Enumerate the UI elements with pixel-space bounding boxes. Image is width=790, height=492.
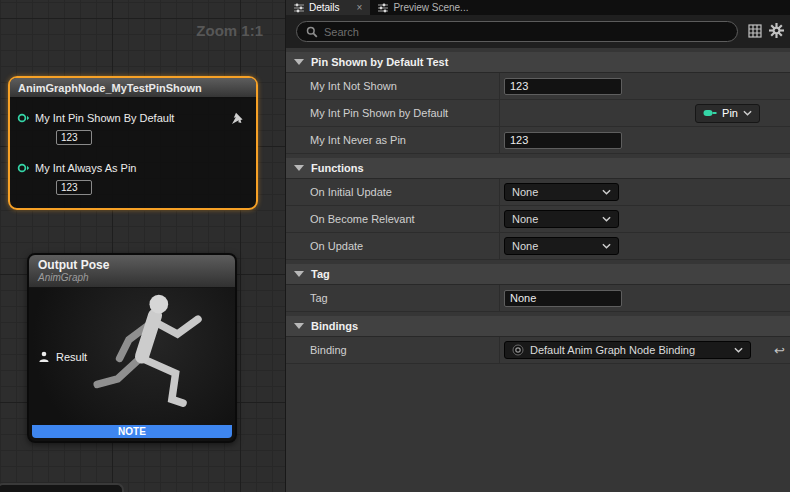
pin-button[interactable]: Pin (695, 104, 760, 123)
section-header-bindings[interactable]: Bindings (286, 316, 790, 337)
property-label: On Initial Update (286, 179, 500, 205)
section-title: Pin Shown by Default Test (311, 56, 448, 68)
binding-dropdown[interactable]: Default Anim Graph Node Binding (504, 341, 751, 359)
chevron-down-icon (602, 216, 611, 222)
tag-input[interactable] (504, 290, 622, 307)
tab-bar: Details × Preview Scene... (286, 0, 790, 15)
pin-label: Result (56, 351, 87, 363)
chevron-down-icon (734, 347, 743, 353)
chevron-down-icon (294, 59, 304, 65)
on-become-relevant-dropdown[interactable]: None (504, 210, 619, 228)
pin-label: My Int Pin Shown By Default (35, 112, 174, 124)
section-header-pin-shown-by-default-test[interactable]: Pin Shown by Default Test (286, 52, 790, 73)
property-row: Binding Default Anim Graph Node Binding … (286, 337, 790, 364)
chevron-down-icon (602, 243, 611, 249)
dropdown-value: None (512, 186, 538, 198)
mannequin-preview (81, 293, 231, 433)
property-label: On Update (286, 233, 500, 259)
chevron-down-icon (743, 110, 752, 116)
note-badge[interactable]: NOTE (32, 425, 232, 438)
section-title: Functions (311, 162, 364, 174)
section-title: Tag (311, 268, 330, 280)
property-label: My Int Pin Shown by Default (286, 100, 500, 126)
property-row: My Int Never as Pin (286, 127, 790, 154)
dropdown-value: Default Anim Graph Node Binding (530, 344, 695, 356)
node-title[interactable]: AnimGraphNode_MyTestPinShown (10, 78, 256, 98)
section-title: Bindings (311, 320, 358, 332)
property-row: My Int Pin Shown by Default Pin (286, 100, 790, 127)
section-header-functions[interactable]: Functions (286, 158, 790, 179)
my-int-not-shown-input[interactable] (504, 78, 622, 95)
details-tab-icon (294, 3, 304, 13)
pin-always-value-input[interactable] (56, 180, 92, 195)
node-animgraphnode-mytestpinshown[interactable]: AnimGraphNode_MyTestPinShown My Int Pin … (8, 76, 258, 210)
chevron-down-icon (294, 271, 304, 277)
search-row (286, 15, 790, 48)
property-row: On Initial Update None (286, 179, 790, 206)
pin-default-value-input[interactable] (56, 130, 92, 145)
chevron-down-icon (294, 323, 304, 329)
section-header-tag[interactable]: Tag (286, 264, 790, 285)
property-label: My Int Not Shown (286, 73, 500, 99)
pin-label: My Int Always As Pin (35, 162, 136, 174)
details-panel: Details × Preview Scene... (285, 0, 790, 492)
search-input[interactable] (324, 26, 728, 38)
node-output-pose[interactable]: Output Pose AnimGraph (27, 253, 237, 443)
binding-icon (512, 344, 524, 356)
property-matrix-icon[interactable] (748, 24, 762, 38)
pose-pin-icon[interactable] (38, 351, 50, 363)
result-pin-row: Result (38, 351, 87, 363)
node-subtitle: AnimGraph (38, 272, 235, 283)
reset-to-default-icon[interactable]: ↩ (774, 344, 785, 357)
chevron-down-icon (602, 189, 611, 195)
tab-label: Details (309, 2, 340, 13)
close-tab-icon[interactable]: × (357, 2, 363, 13)
my-int-never-as-pin-input[interactable] (504, 132, 622, 149)
animgraph-canvas[interactable]: Zoom 1:1 AnimGraphNode_MyTestPinShown My… (0, 0, 285, 492)
preview-scene-tab-icon (378, 3, 388, 13)
property-row: My Int Not Shown (286, 73, 790, 100)
on-initial-update-dropdown[interactable]: None (504, 183, 619, 201)
pin-button-label: Pin (722, 107, 738, 119)
property-row: Tag (286, 285, 790, 312)
pin-to-graph-icon[interactable] (231, 112, 244, 125)
int-pin-icon[interactable] (17, 112, 30, 124)
dropdown-value: None (512, 240, 538, 252)
settings-gear-icon[interactable] (769, 23, 784, 38)
node-title: Output Pose (38, 258, 235, 272)
tab-label: Preview Scene... (393, 2, 468, 13)
zoom-level: Zoom 1:1 (196, 22, 263, 39)
unreal-editor-window: Zoom 1:1 AnimGraphNode_MyTestPinShown My… (0, 0, 790, 492)
tab-preview-scene[interactable]: Preview Scene... (370, 0, 476, 15)
int-pin-icon[interactable] (17, 162, 30, 174)
on-update-dropdown[interactable]: None (504, 237, 619, 255)
property-label: My Int Never as Pin (286, 127, 500, 153)
chevron-down-icon (294, 165, 304, 171)
property-row: On Update None (286, 233, 790, 260)
tab-details[interactable]: Details × (286, 0, 370, 15)
partial-node[interactable] (0, 483, 124, 492)
property-row: On Become Relevant None (286, 206, 790, 233)
property-label: Tag (286, 285, 500, 311)
property-label: On Become Relevant (286, 206, 500, 232)
search-icon (306, 26, 318, 38)
dropdown-value: None (512, 213, 538, 225)
pin-row: My Int Always As Pin (17, 162, 136, 174)
pin-row: My Int Pin Shown By Default (17, 112, 174, 124)
search-bar[interactable] (296, 21, 738, 42)
pin-icon (703, 109, 717, 117)
property-label: Binding (286, 337, 500, 363)
node-header[interactable]: Output Pose AnimGraph (29, 255, 235, 288)
